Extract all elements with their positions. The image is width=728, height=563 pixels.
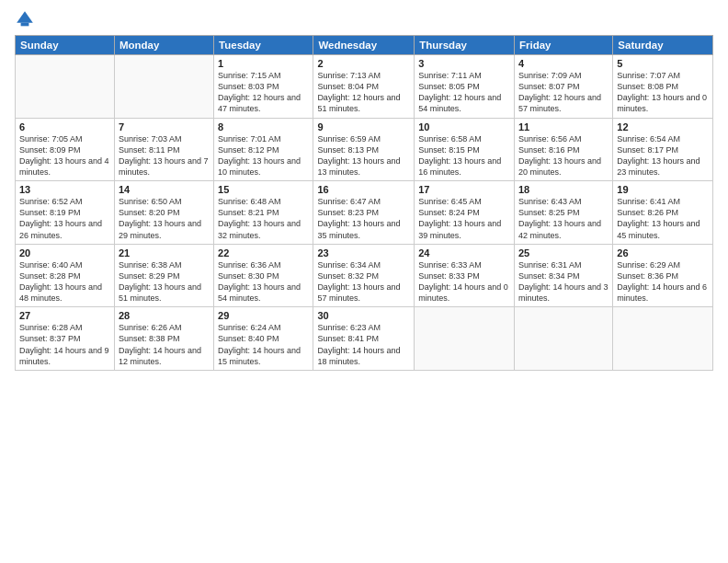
calendar-cell: 7Sunrise: 7:03 AM Sunset: 8:11 PM Daylig…: [114, 118, 213, 181]
day-info: Sunrise: 6:24 AM Sunset: 8:40 PM Dayligh…: [218, 322, 309, 367]
calendar-cell: 15Sunrise: 6:48 AM Sunset: 8:21 PM Dayli…: [214, 181, 313, 245]
day-number: 10: [418, 121, 510, 132]
calendar-cell: 8Sunrise: 7:01 AM Sunset: 8:12 PM Daylig…: [214, 118, 313, 181]
calendar-cell: 10Sunrise: 6:58 AM Sunset: 8:15 PM Dayli…: [415, 118, 515, 181]
calendar-cell: 23Sunrise: 6:34 AM Sunset: 8:32 PM Dayli…: [313, 244, 415, 307]
day-number: 20: [19, 247, 110, 259]
day-number: 28: [119, 310, 210, 321]
calendar-cell: 2Sunrise: 7:13 AM Sunset: 8:04 PM Daylig…: [313, 55, 415, 119]
week-row-2: 13Sunrise: 6:52 AM Sunset: 8:19 PM Dayli…: [16, 181, 713, 245]
day-number: 5: [617, 58, 709, 69]
day-info: Sunrise: 6:41 AM Sunset: 8:26 PM Dayligh…: [617, 196, 709, 241]
svg-rect-1: [21, 23, 29, 27]
day-number: 27: [19, 310, 110, 321]
calendar-header-row: SundayMondayTuesdayWednesdayThursdayFrid…: [16, 36, 713, 55]
day-number: 26: [617, 247, 709, 259]
header: [15, 9, 713, 29]
day-info: Sunrise: 7:13 AM Sunset: 8:04 PM Dayligh…: [317, 70, 410, 115]
day-info: Sunrise: 6:56 AM Sunset: 8:16 PM Dayligh…: [518, 133, 609, 178]
day-number: 8: [218, 121, 309, 132]
day-info: Sunrise: 6:40 AM Sunset: 8:28 PM Dayligh…: [19, 259, 110, 304]
col-header-tuesday: Tuesday: [214, 36, 313, 55]
calendar-cell: 19Sunrise: 6:41 AM Sunset: 8:26 PM Dayli…: [613, 181, 713, 245]
day-info: Sunrise: 6:59 AM Sunset: 8:13 PM Dayligh…: [317, 133, 410, 178]
day-info: Sunrise: 6:47 AM Sunset: 8:23 PM Dayligh…: [317, 196, 410, 241]
calendar-cell: 30Sunrise: 6:23 AM Sunset: 8:41 PM Dayli…: [313, 307, 415, 371]
day-info: Sunrise: 6:48 AM Sunset: 8:21 PM Dayligh…: [218, 196, 309, 241]
day-info: Sunrise: 7:11 AM Sunset: 8:05 PM Dayligh…: [418, 70, 510, 115]
day-info: Sunrise: 6:38 AM Sunset: 8:29 PM Dayligh…: [119, 259, 210, 304]
day-number: 1: [218, 58, 309, 69]
calendar-cell: 1Sunrise: 7:15 AM Sunset: 8:03 PM Daylig…: [214, 55, 313, 119]
calendar-cell: 6Sunrise: 7:05 AM Sunset: 8:09 PM Daylig…: [16, 118, 115, 181]
day-info: Sunrise: 6:34 AM Sunset: 8:32 PM Dayligh…: [317, 259, 410, 304]
day-number: 11: [518, 121, 609, 132]
day-info: Sunrise: 6:52 AM Sunset: 8:19 PM Dayligh…: [19, 196, 110, 241]
calendar-cell: 11Sunrise: 6:56 AM Sunset: 8:16 PM Dayli…: [514, 118, 612, 181]
day-number: 24: [418, 247, 510, 259]
day-number: 18: [518, 184, 609, 195]
day-number: 22: [218, 247, 309, 259]
day-number: 3: [418, 58, 510, 69]
day-number: 13: [19, 184, 110, 195]
week-row-3: 20Sunrise: 6:40 AM Sunset: 8:28 PM Dayli…: [16, 244, 713, 307]
col-header-thursday: Thursday: [415, 36, 515, 55]
day-info: Sunrise: 6:36 AM Sunset: 8:30 PM Dayligh…: [218, 259, 309, 304]
calendar-cell: 27Sunrise: 6:28 AM Sunset: 8:37 PM Dayli…: [16, 307, 115, 371]
day-info: Sunrise: 6:31 AM Sunset: 8:34 PM Dayligh…: [518, 259, 609, 304]
logo-icon: [15, 9, 35, 29]
day-number: 6: [19, 121, 110, 132]
logo: [15, 9, 37, 29]
calendar-table: SundayMondayTuesdayWednesdayThursdayFrid…: [15, 35, 713, 371]
calendar-cell: 21Sunrise: 6:38 AM Sunset: 8:29 PM Dayli…: [114, 244, 213, 307]
day-number: 12: [617, 121, 709, 132]
day-number: 17: [418, 184, 510, 195]
day-info: Sunrise: 6:33 AM Sunset: 8:33 PM Dayligh…: [418, 259, 510, 304]
day-info: Sunrise: 7:05 AM Sunset: 8:09 PM Dayligh…: [19, 133, 110, 178]
calendar-cell: 13Sunrise: 6:52 AM Sunset: 8:19 PM Dayli…: [16, 181, 115, 245]
calendar-cell: 9Sunrise: 6:59 AM Sunset: 8:13 PM Daylig…: [313, 118, 415, 181]
calendar-cell: [415, 307, 515, 371]
day-info: Sunrise: 6:26 AM Sunset: 8:38 PM Dayligh…: [119, 322, 210, 367]
day-info: Sunrise: 7:15 AM Sunset: 8:03 PM Dayligh…: [218, 70, 309, 115]
day-info: Sunrise: 6:43 AM Sunset: 8:25 PM Dayligh…: [518, 196, 609, 241]
calendar-cell: 28Sunrise: 6:26 AM Sunset: 8:38 PM Dayli…: [114, 307, 213, 371]
day-info: Sunrise: 7:09 AM Sunset: 8:07 PM Dayligh…: [518, 70, 609, 115]
day-info: Sunrise: 7:01 AM Sunset: 8:12 PM Dayligh…: [218, 133, 309, 178]
calendar-cell: [16, 55, 115, 119]
day-info: Sunrise: 6:50 AM Sunset: 8:20 PM Dayligh…: [119, 196, 210, 241]
calendar-cell: [613, 307, 713, 371]
col-header-monday: Monday: [114, 36, 213, 55]
page: SundayMondayTuesdayWednesdayThursdayFrid…: [0, 0, 728, 563]
day-info: Sunrise: 7:07 AM Sunset: 8:08 PM Dayligh…: [617, 70, 709, 115]
day-number: 9: [317, 121, 410, 132]
day-info: Sunrise: 6:45 AM Sunset: 8:24 PM Dayligh…: [418, 196, 510, 241]
calendar-cell: 29Sunrise: 6:24 AM Sunset: 8:40 PM Dayli…: [214, 307, 313, 371]
col-header-wednesday: Wednesday: [313, 36, 415, 55]
day-number: 7: [119, 121, 210, 132]
day-number: 4: [518, 58, 609, 69]
calendar-cell: 22Sunrise: 6:36 AM Sunset: 8:30 PM Dayli…: [214, 244, 313, 307]
calendar-cell: 3Sunrise: 7:11 AM Sunset: 8:05 PM Daylig…: [415, 55, 515, 119]
day-number: 29: [218, 310, 309, 321]
calendar-cell: 24Sunrise: 6:33 AM Sunset: 8:33 PM Dayli…: [415, 244, 515, 307]
day-number: 15: [218, 184, 309, 195]
calendar-cell: [514, 307, 612, 371]
calendar-cell: 14Sunrise: 6:50 AM Sunset: 8:20 PM Dayli…: [114, 181, 213, 245]
day-info: Sunrise: 6:23 AM Sunset: 8:41 PM Dayligh…: [317, 322, 410, 367]
col-header-friday: Friday: [514, 36, 612, 55]
day-number: 14: [119, 184, 210, 195]
calendar-cell: 25Sunrise: 6:31 AM Sunset: 8:34 PM Dayli…: [514, 244, 612, 307]
day-info: Sunrise: 6:58 AM Sunset: 8:15 PM Dayligh…: [418, 133, 510, 178]
day-info: Sunrise: 6:29 AM Sunset: 8:36 PM Dayligh…: [617, 259, 709, 304]
calendar-cell: 5Sunrise: 7:07 AM Sunset: 8:08 PM Daylig…: [613, 55, 713, 119]
day-number: 16: [317, 184, 410, 195]
day-number: 19: [617, 184, 709, 195]
week-row-1: 6Sunrise: 7:05 AM Sunset: 8:09 PM Daylig…: [16, 118, 713, 181]
week-row-4: 27Sunrise: 6:28 AM Sunset: 8:37 PM Dayli…: [16, 307, 713, 371]
col-header-saturday: Saturday: [613, 36, 713, 55]
day-number: 21: [119, 247, 210, 259]
day-info: Sunrise: 6:28 AM Sunset: 8:37 PM Dayligh…: [19, 322, 110, 367]
week-row-0: 1Sunrise: 7:15 AM Sunset: 8:03 PM Daylig…: [16, 55, 713, 119]
calendar-cell: 4Sunrise: 7:09 AM Sunset: 8:07 PM Daylig…: [514, 55, 612, 119]
